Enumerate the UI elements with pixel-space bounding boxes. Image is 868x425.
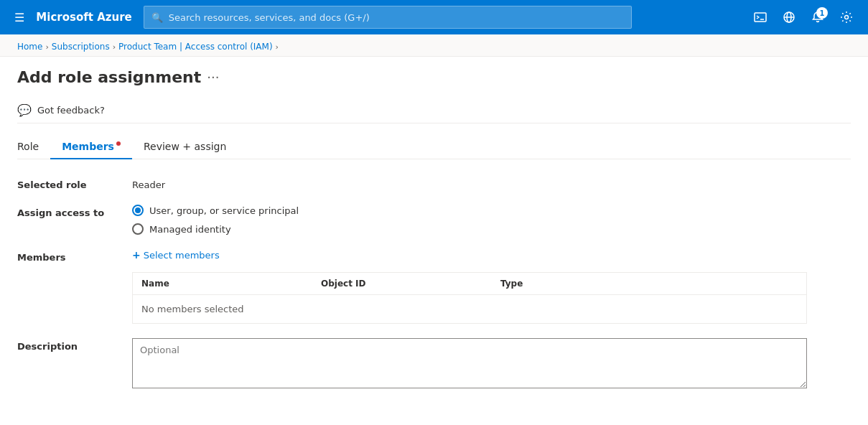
- search-icon: 🔍: [151, 12, 163, 23]
- search-placeholder-text: Search resources, services, and docs (G+…: [169, 12, 370, 23]
- breadcrumb-home[interactable]: Home: [17, 42, 42, 52]
- breadcrumb-subscriptions[interactable]: Subscriptions: [52, 42, 110, 52]
- tab-review-assign[interactable]: Review + assign: [132, 135, 238, 159]
- directory-button[interactable]: [776, 4, 802, 30]
- plus-icon: +: [132, 249, 141, 261]
- more-options-button[interactable]: ···: [207, 70, 219, 85]
- description-label: Description: [17, 338, 132, 352]
- selected-role-label: Selected role: [17, 177, 132, 190]
- members-tab-dot: [116, 141, 121, 146]
- assign-access-label: Assign access to: [17, 205, 132, 218]
- feedback-bar: 💬 Got feedback?: [17, 98, 851, 123]
- members-area: + Select members Name Object ID Type No …: [132, 249, 807, 324]
- radio-user-group-label: User, group, or service principal: [149, 205, 299, 216]
- radio-user-group-circle: [132, 205, 144, 216]
- hamburger-button[interactable]: ☰: [9, 5, 30, 30]
- cloud-shell-icon: [754, 11, 767, 24]
- access-radio-group: User, group, or service principal Manage…: [132, 205, 807, 235]
- breadcrumb-sep-1: ›: [45, 42, 48, 52]
- select-members-link[interactable]: + Select members: [132, 249, 807, 261]
- page-content: Add role assignment ··· 💬 Got feedback? …: [0, 57, 868, 402]
- breadcrumb: Home › Subscriptions › Product Team | Ac…: [0, 34, 868, 57]
- radio-user-group-inner: [135, 207, 141, 213]
- members-table-empty-message: No members selected: [133, 295, 806, 323]
- settings-button[interactable]: [834, 4, 859, 30]
- col-object-id: Object ID: [321, 279, 500, 289]
- notifications-button[interactable]: 1: [805, 4, 831, 30]
- breadcrumb-sep-2: ›: [113, 42, 116, 52]
- page-title-row: Add role assignment ···: [17, 68, 851, 86]
- col-name: Name: [141, 279, 321, 289]
- breadcrumb-iam[interactable]: Product Team | Access control (IAM): [118, 42, 273, 52]
- selected-role-value: Reader: [132, 177, 807, 190]
- feedback-icon: 💬: [17, 103, 32, 117]
- page-title: Add role assignment: [17, 68, 201, 86]
- form-section: Selected role Reader Assign access to Us…: [17, 177, 807, 391]
- members-table: Name Object ID Type No members selected: [132, 272, 807, 324]
- tab-role[interactable]: Role: [17, 135, 50, 159]
- radio-managed-identity-label: Managed identity: [149, 224, 231, 235]
- radio-managed-identity[interactable]: Managed identity: [132, 223, 807, 235]
- radio-user-group[interactable]: User, group, or service principal: [132, 205, 807, 216]
- col-type: Type: [500, 279, 644, 289]
- notification-count: 1: [816, 7, 828, 19]
- topbar: ☰ Microsoft Azure 🔍 Search resources, se…: [0, 0, 868, 34]
- cloud-shell-button[interactable]: [747, 4, 773, 30]
- topbar-actions: 1: [747, 4, 859, 30]
- members-label: Members: [17, 249, 132, 263]
- description-textarea[interactable]: [132, 338, 807, 388]
- global-search[interactable]: 🔍 Search resources, services, and docs (…: [144, 6, 632, 29]
- breadcrumb-sep-3: ›: [276, 42, 279, 52]
- directory-icon: [783, 11, 795, 24]
- azure-logo: Microsoft Azure: [36, 11, 131, 24]
- description-field-container: [132, 338, 807, 391]
- tabs-container: Role Members Review + assign: [17, 135, 851, 159]
- tab-members[interactable]: Members: [50, 135, 132, 159]
- gear-icon: [840, 11, 853, 24]
- radio-managed-identity-circle: [132, 223, 144, 235]
- members-table-header: Name Object ID Type: [133, 273, 806, 295]
- svg-point-5: [845, 16, 849, 19]
- svg-rect-0: [755, 13, 766, 22]
- feedback-text[interactable]: Got feedback?: [37, 105, 105, 116]
